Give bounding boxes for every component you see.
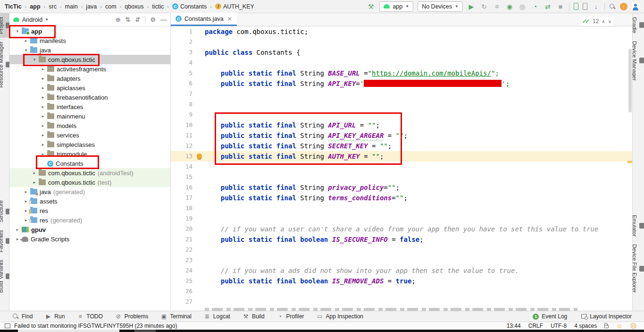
run-button[interactable]: ▶ [467, 2, 476, 11]
prev-issue-icon[interactable]: ∧ [602, 19, 605, 24]
tree-item-mainmenu[interactable]: ▸mainmenu [9, 111, 170, 121]
code-line-18[interactable]: 18 [171, 203, 632, 213]
tree-item-trimmodule[interactable]: ▸trimmodule [9, 149, 170, 159]
feedback-happy-icon[interactable]: ☺ [616, 323, 622, 329]
next-issue-icon[interactable]: ∨ [608, 19, 611, 24]
tree-arrow-icon[interactable]: ▸ [31, 170, 38, 175]
breadcrumb-item-tictic[interactable]: tictic [152, 3, 164, 10]
tree-arrow-icon[interactable]: ▸ [40, 133, 46, 137]
locate-icon[interactable]: ⊕ [116, 16, 121, 23]
sidebar-tab-device-file-explorer[interactable]: Device File Explorer [631, 240, 644, 297]
encoding-indicator[interactable]: UTF-8 [551, 323, 567, 329]
apply-changes-icon[interactable]: ↻ [480, 2, 488, 11]
tree-arrow-icon[interactable]: ▸ [14, 237, 21, 241]
build-hammer-icon[interactable]: ⚒ [367, 2, 375, 11]
indent-indicator[interactable]: 4 spaces [574, 323, 597, 329]
code-line-24[interactable]: 24 // if you want a ads did not show int… [171, 265, 632, 276]
tree-arrow-icon[interactable]: ▸ [40, 67, 46, 71]
tree-item-res[interactable]: ▸res [9, 206, 170, 215]
code-line-26[interactable]: 26 [171, 286, 632, 297]
tree-arrow-icon[interactable]: ▸ [40, 104, 46, 109]
code-line-20[interactable]: 20 // if you want a user can't share a v… [171, 224, 632, 234]
code-line-3[interactable]: 3public class Constants { [171, 47, 632, 58]
code-line-16[interactable]: 16 public static final String privacy_po… [171, 182, 632, 193]
tree-item-manifests[interactable]: ▸manifests [9, 36, 170, 45]
attach-debugger-icon[interactable]: ◎ [518, 2, 527, 11]
tree-arrow-icon[interactable]: ▸ [40, 152, 46, 156]
project-view-selector[interactable]: Android [22, 17, 42, 23]
tree-item-services[interactable]: ▸services [9, 130, 170, 140]
toolwindow-button-find[interactable]: Find [12, 313, 33, 320]
tree-item-gradle-scripts[interactable]: ▸Gradle Scripts [9, 234, 170, 244]
tree-item-models[interactable]: ▸models [9, 121, 170, 130]
code-line-22[interactable]: 22 [171, 245, 632, 255]
toolwindow-button-build[interactable]: ⚒Build [243, 313, 265, 320]
search-everywhere-icon[interactable] [609, 3, 616, 10]
toolwindow-button-todo[interactable]: ≡TODO [77, 313, 102, 320]
tree-arrow-icon[interactable]: ▸ [23, 189, 29, 194]
code-line-1[interactable]: 1package com.qboxus.tictic; [171, 26, 632, 37]
code-line-4[interactable]: 4 [171, 58, 632, 68]
breadcrumb-item-main[interactable]: main [65, 3, 78, 10]
sdk-manager-icon[interactable]: ↓ [592, 2, 600, 11]
tree-arrow-icon[interactable]: ▾ [14, 29, 21, 34]
code-line-8[interactable]: 8 [171, 99, 632, 110]
tree-item-firebasenotification[interactable]: ▸firebasenotification [9, 93, 170, 102]
profiler-icon[interactable]: ◔ [531, 2, 539, 11]
tree-item-adapters[interactable]: ▸adapters [9, 74, 170, 83]
toolwindow-button-logcat[interactable]: ≣Logcat [204, 313, 230, 320]
toolwindow-button-run[interactable]: ▶Run [45, 313, 65, 320]
tree-arrow-icon[interactable]: ▸ [23, 199, 29, 204]
collapse-all-icon[interactable]: ⇵ [135, 16, 140, 23]
code-line-13[interactable]: 13 public static final String AUTH_KEY =… [171, 151, 632, 162]
breadcrumb-item-app[interactable]: app [30, 3, 40, 10]
code-line-23[interactable]: 23 [171, 255, 632, 265]
code-area[interactable]: 1package com.qboxus.tictic;23public clas… [171, 26, 632, 311]
code-line-7[interactable]: 7 [171, 89, 632, 99]
readonly-lock-icon[interactable] [604, 325, 609, 328]
code-line-9[interactable]: 9 [171, 110, 632, 120]
close-icon[interactable]: ✕ [227, 16, 232, 22]
tree-arrow-icon[interactable]: ▸ [40, 114, 46, 119]
editor-scrollbar[interactable] [627, 26, 632, 311]
tree-arrow-icon[interactable]: ▸ [23, 218, 29, 222]
tree-item-gpuv[interactable]: ▸gpuv [9, 225, 170, 234]
code-line-27[interactable]: 27 [171, 297, 632, 307]
tree-arrow-icon[interactable]: ▸ [40, 76, 46, 81]
tab-constants-java[interactable]: C Constants.java ✕ [171, 13, 237, 26]
code-line-15[interactable]: 15 [171, 172, 632, 182]
settings-gear-icon[interactable]: ⚙ [150, 16, 156, 23]
tree-item-apiclasses[interactable]: ▸apiclasses [9, 83, 170, 93]
sidebar-tab-device-manager[interactable]: Device Manager [631, 37, 644, 85]
sync-gradle-icon[interactable]: ⇄ [544, 2, 552, 11]
tree-item-constants[interactable]: CConstants [9, 159, 170, 168]
breadcrumb-item-qboxus[interactable]: qboxus [125, 3, 143, 10]
expand-all-icon[interactable]: ⇅ [125, 16, 131, 23]
code-line-12[interactable]: 12 public static final String SECRET_KEY… [171, 141, 632, 151]
tree-arrow-icon[interactable]: ▸ [31, 180, 38, 185]
toolwindow-button-event-log[interactable]: 1Event Log [533, 313, 567, 320]
tree-arrow-icon[interactable]: ▸ [14, 227, 21, 232]
breadcrumb-item-tictic[interactable]: TicTic [5, 3, 22, 10]
sidebar-tab-emulator[interactable]: Emulator [631, 211, 644, 240]
stop-icon[interactable]: ■ [556, 2, 565, 11]
layout-inspector-toolbar-icon[interactable] [583, 3, 587, 10]
tree-item-java[interactable]: ▸java(generated) [9, 187, 170, 196]
tree-arrow-icon[interactable]: ▾ [23, 48, 29, 52]
toolwindow-button-layout-inspector[interactable]: Layout Inspector [581, 313, 632, 320]
tree-arrow-icon[interactable]: ▾ [31, 57, 38, 62]
debug-icon[interactable]: ◉ [505, 2, 514, 11]
tree-arrow-icon[interactable]: ▸ [40, 95, 46, 100]
tree-item-app[interactable]: ▾app [9, 26, 170, 36]
tree-arrow-icon[interactable]: ▸ [40, 85, 46, 90]
tree-arrow-icon[interactable]: ▸ [23, 208, 29, 213]
toolwindow-button-app-inspection[interactable]: ▭App Inspection [317, 313, 363, 320]
tree-item-com-qboxus-tictic[interactable]: ▾com.qboxus.tictic [9, 55, 170, 64]
tree-arrow-icon[interactable]: ▸ [40, 123, 46, 128]
tree-item-interfaces[interactable]: ▸interfaces [9, 102, 170, 111]
breadcrumb-item-auth_key[interactable]: fAUTH_KEY [215, 3, 254, 10]
intention-bulb-icon[interactable] [197, 153, 202, 159]
scrollbar-thumb[interactable] [628, 49, 632, 112]
code-line-11[interactable]: 11 public static final String API_KEY_AR… [171, 130, 632, 141]
code-line-10[interactable]: 10 public static final String API_URL = … [171, 120, 632, 130]
